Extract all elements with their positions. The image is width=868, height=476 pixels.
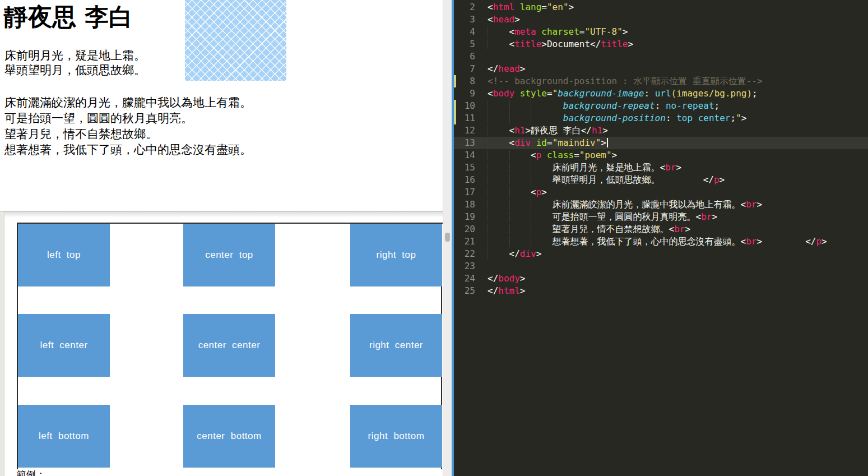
position-box-label: center center xyxy=(198,340,261,351)
gutter-modified-mark xyxy=(454,198,456,211)
gutter-modified-mark xyxy=(454,272,456,285)
code-line[interactable]: 6 xyxy=(454,50,868,63)
code-line[interactable]: 12 <h1>靜夜思 李白</h1> xyxy=(454,124,868,137)
position-box: right top xyxy=(350,224,442,286)
gutter-modified-mark xyxy=(454,211,456,223)
line-number: 2 xyxy=(457,1,475,13)
code-line[interactable]: 8<!-- background-position : 水平顯示位置 垂直顯示位… xyxy=(454,75,868,87)
gutter-modified-mark xyxy=(454,26,456,38)
line-number: 8 xyxy=(457,75,475,87)
code-editor[interactable]: 2<html lang="en">3<head>4 <meta charset=… xyxy=(454,0,868,476)
line-number: 22 xyxy=(457,248,475,260)
line-number: 23 xyxy=(457,260,475,272)
position-box-label: right center xyxy=(369,340,423,351)
line-number: 4 xyxy=(457,26,475,38)
gutter-modified-mark xyxy=(454,100,456,112)
code-line[interactable]: 3<head> xyxy=(454,13,868,26)
position-box: right bottom xyxy=(350,405,442,468)
position-box: left center xyxy=(18,314,110,377)
line-number: 11 xyxy=(457,112,475,124)
line-number: 12 xyxy=(457,124,475,137)
line-number: 19 xyxy=(457,211,475,223)
background-image-tile xyxy=(185,0,286,81)
code-line[interactable]: 25</html> xyxy=(454,285,868,297)
gutter-modified-mark xyxy=(454,1,456,13)
line-number: 16 xyxy=(457,174,475,186)
translation-paragraph: 床前灑滿皎潔的月光，朦朧中我以為地上有霜。 可是抬頭一望，圓圓的秋月真明亮。 望… xyxy=(4,95,252,158)
position-box-label: left top xyxy=(47,249,81,261)
position-box: left top xyxy=(18,224,110,286)
line-number: 21 xyxy=(457,235,475,248)
code-line[interactable]: 9<body style="background-image: url(imag… xyxy=(454,87,868,100)
code-line[interactable]: 21 想著想著，我低下了頭，心中的思念沒有盡頭。<br> </p> xyxy=(454,235,868,248)
gutter-modified-mark xyxy=(454,124,456,137)
position-box: center bottom xyxy=(183,405,275,468)
code-line[interactable]: 24</body> xyxy=(454,272,868,285)
position-box-label: right top xyxy=(377,249,416,261)
demo-caption: 範例： xyxy=(17,468,45,476)
line-number: 18 xyxy=(457,198,475,211)
vertical-scrollbar[interactable] xyxy=(443,0,452,476)
gutter-modified-mark xyxy=(454,223,456,235)
code-line[interactable]: 20 望著月兒，情不自禁想故鄉。<br> xyxy=(454,223,868,235)
line-number: 20 xyxy=(457,223,475,235)
gutter-modified-mark xyxy=(454,137,456,149)
code-line[interactable]: 2<html lang="en"> xyxy=(454,1,868,13)
position-box: left bottom xyxy=(18,405,110,468)
app-window: 靜夜思 李白 床前明月光，疑是地上霜。 舉頭望明月，低頭思故鄉。 床前灑滿皎潔的… xyxy=(0,0,868,476)
position-box-label: left center xyxy=(40,340,87,351)
code-line[interactable]: 16 舉頭望明月，低頭思故鄉。 </p> xyxy=(454,174,868,186)
position-box: center top xyxy=(183,224,275,286)
scrollbar-thumb[interactable] xyxy=(445,233,450,242)
line-number: 6 xyxy=(457,50,475,63)
code-line[interactable]: 4 <meta charset="UTF-8"> xyxy=(454,26,868,38)
code-line[interactable]: 7</head> xyxy=(454,63,868,75)
sidebar-strip[interactable] xyxy=(0,211,4,476)
page-title: 靜夜思 李白 xyxy=(4,0,133,34)
code-line[interactable]: 17 <p> xyxy=(454,186,868,198)
code-line[interactable]: 5 <title>Document</title> xyxy=(454,38,868,50)
code-line[interactable]: 22 </div> xyxy=(454,248,868,260)
gutter-modified-mark xyxy=(454,260,456,272)
gutter-modified-mark xyxy=(454,149,456,161)
code-line[interactable]: 14 <p class="poem"> xyxy=(454,149,868,161)
code-line[interactable]: 19 可是抬頭一望，圓圓的秋月真明亮。<br> xyxy=(454,211,868,223)
gutter-modified-mark xyxy=(454,13,456,26)
gutter-modified-mark xyxy=(454,38,456,50)
line-number: 14 xyxy=(457,149,475,161)
gutter-modified-mark xyxy=(454,161,456,174)
position-box-label: right bottom xyxy=(368,431,425,442)
gutter-modified-mark xyxy=(454,112,456,124)
line-number: 9 xyxy=(457,87,475,100)
code-line[interactable]: 11 background-position: top center;"> xyxy=(454,112,868,124)
position-box-label: center top xyxy=(205,249,253,261)
line-number: 7 xyxy=(457,63,475,75)
poem-paragraph: 床前明月光，疑是地上霜。 舉頭望明月，低頭思故鄉。 xyxy=(4,48,146,77)
position-box: center center xyxy=(183,314,275,377)
line-number: 13 xyxy=(457,137,475,149)
section-divider xyxy=(0,211,443,218)
gutter-modified-mark xyxy=(454,186,456,198)
gutter-modified-mark xyxy=(454,75,456,87)
line-number: 17 xyxy=(457,186,475,198)
gutter-modified-mark xyxy=(454,248,456,260)
gutter-modified-mark xyxy=(454,174,456,186)
text-caret xyxy=(607,138,608,147)
position-box: right center xyxy=(350,314,442,377)
line-number: 15 xyxy=(457,161,475,174)
code-line[interactable]: 15 床前明月光，疑是地上霜。<br> xyxy=(454,161,868,174)
line-number: 10 xyxy=(457,100,475,112)
position-box-label: left bottom xyxy=(39,431,89,442)
code-line[interactable]: 18 床前灑滿皎潔的月光，朦朧中我以為地上有霜。<br> xyxy=(454,198,868,211)
gutter-modified-mark xyxy=(454,87,456,100)
gutter-modified-mark xyxy=(454,235,456,248)
code-line[interactable]: 23 xyxy=(454,260,868,272)
line-number: 25 xyxy=(457,285,475,297)
gutter-modified-mark xyxy=(454,63,456,75)
line-number: 24 xyxy=(457,272,475,285)
preview-pane: 靜夜思 李白 床前明月光，疑是地上霜。 舉頭望明月，低頭思故鄉。 床前灑滿皎潔的… xyxy=(0,0,443,476)
line-number: 5 xyxy=(457,38,475,50)
code-line[interactable]: 13 <div id="maindiv"> xyxy=(454,137,868,149)
code-line[interactable]: 10 background-repeat: no-repeat; xyxy=(454,100,868,112)
line-number: 3 xyxy=(457,13,475,26)
